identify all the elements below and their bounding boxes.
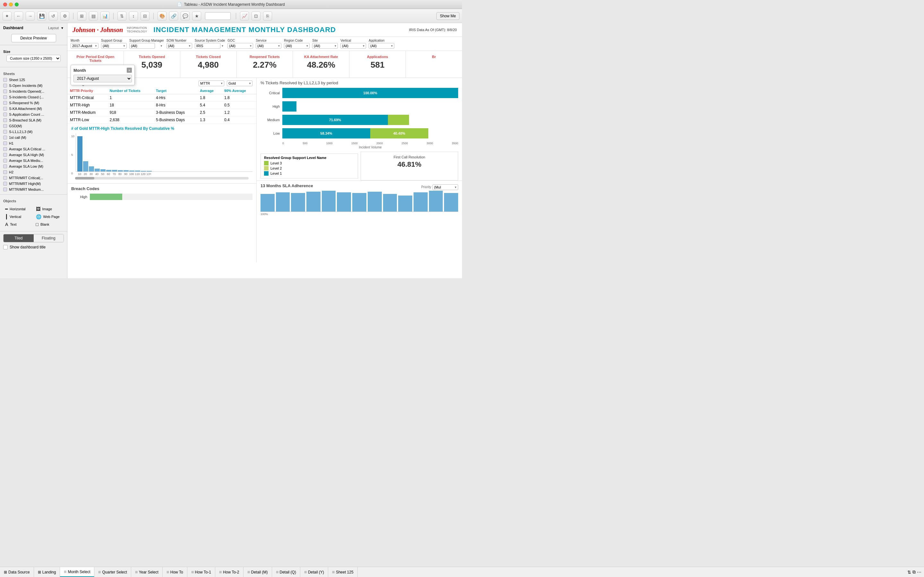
sla13-bar-11[interactable]	[429, 191, 443, 211]
grid-btn[interactable]: ⊞	[78, 11, 86, 21]
bar-3[interactable]	[95, 169, 100, 171]
filter-app-select[interactable]: (All)	[368, 43, 394, 49]
chart-scrollbar[interactable]	[75, 177, 249, 179]
sheet-item[interactable]: S-Application Count ...	[0, 111, 67, 117]
sheet-item[interactable]: S-KA Attachment (M)	[0, 106, 67, 111]
bar-4[interactable]	[100, 169, 105, 171]
sla-cell-3-0: MTTR-Low	[67, 116, 107, 124]
month-popup-close[interactable]: ×	[127, 68, 132, 73]
forward-btn[interactable]: →	[26, 11, 35, 21]
sheet-item[interactable]: Average SLA Mediu...	[0, 158, 67, 163]
sheet-item[interactable]: Average SLA High (M)	[0, 152, 67, 158]
sla13-bar-9[interactable]	[398, 195, 412, 211]
filter-sg-select[interactable]: (All)	[101, 43, 127, 49]
bar-9[interactable]	[129, 171, 134, 171]
sla13-bar-2[interactable]	[291, 193, 305, 211]
link-btn[interactable]: 🔗	[169, 11, 178, 21]
object-item-horizontal[interactable]: ━Horizontal	[3, 205, 33, 213]
close-btn[interactable]	[3, 3, 7, 6]
chart2-btn[interactable]: 📈	[240, 11, 249, 21]
config-btn[interactable]: ⚙	[60, 11, 69, 21]
filter-sgm-select[interactable]: (All)	[129, 43, 155, 49]
search-box[interactable]	[205, 12, 231, 20]
filter-source-select[interactable]: IRIS	[195, 43, 220, 49]
save-btn[interactable]: 💾	[37, 11, 46, 21]
table-btn[interactable]: ▤	[89, 11, 98, 21]
sheet-item[interactable]: Sheet 125	[0, 77, 67, 83]
tooltip-btn[interactable]: 💬	[181, 11, 190, 21]
sla13-bar-12[interactable]	[444, 193, 458, 211]
bar-12[interactable]	[147, 171, 152, 171]
filter-goc-select[interactable]: (All)	[228, 43, 253, 49]
sheet-item[interactable]: S-Breached SLA (M)	[0, 117, 67, 123]
object-item-text[interactable]: AText	[3, 221, 33, 228]
sheet-item[interactable]: H1	[0, 140, 67, 146]
sla13-bar-1[interactable]	[276, 192, 290, 211]
bar-1[interactable]	[83, 161, 88, 171]
filter-sow-select[interactable]: (All)	[166, 43, 192, 49]
show-me-button[interactable]: Show Me	[436, 12, 459, 20]
bar-2[interactable]	[89, 166, 94, 172]
filter-service-select[interactable]: (All)	[256, 43, 281, 49]
bar-8[interactable]	[124, 170, 129, 171]
sla13-bar-4[interactable]	[322, 191, 336, 211]
object-item-web-page[interactable]: 🌐Web Page	[34, 213, 64, 220]
object-item-image[interactable]: 🖼Image	[34, 205, 64, 213]
filter-site-select[interactable]: (All)	[312, 43, 338, 49]
sla-dropdown2[interactable]: Gold	[227, 81, 252, 86]
month-popup-select[interactable]: 2017-August	[73, 75, 132, 82]
sheet-item[interactable]: MTTR/MRT High(M)	[0, 181, 67, 187]
back-btn[interactable]: ←	[14, 11, 23, 21]
sheet-item[interactable]: H2	[0, 169, 67, 175]
bar-0[interactable]	[78, 136, 82, 171]
minimize-btn[interactable]	[9, 3, 13, 6]
sheet-item[interactable]: S-Open Incidents (M)	[0, 83, 67, 89]
sla13-bar-10[interactable]	[414, 192, 428, 211]
star-btn[interactable]: ★	[192, 11, 201, 21]
sheet-item[interactable]: S-L1,L2,L3 (M)	[0, 129, 67, 135]
size-dropdown[interactable]: Custom size (1350 x 2500)	[6, 55, 61, 62]
bar-10[interactable]	[135, 171, 140, 171]
bar-11[interactable]	[141, 171, 146, 171]
device-preview-button[interactable]: Device Preview	[11, 34, 56, 42]
sheet-label: S-Breached SLA (M)	[9, 118, 41, 122]
bar-6[interactable]	[112, 170, 117, 171]
show-title-checkbox[interactable]	[3, 245, 8, 250]
maximize-btn[interactable]	[15, 3, 19, 6]
sla13-bar-8[interactable]	[383, 194, 397, 211]
sla13-bar-3[interactable]	[306, 192, 320, 211]
refresh-btn[interactable]: ↺	[49, 11, 58, 21]
color-btn[interactable]: 🎨	[158, 11, 166, 21]
sheet-item[interactable]: Average SLA Low (M)	[0, 163, 67, 169]
sheet-item[interactable]: GSD(M)	[0, 123, 67, 129]
sheet-item[interactable]: MTTR/MRT Medium...	[0, 187, 67, 192]
sheet-item[interactable]: Average SLA Critical ...	[0, 146, 67, 152]
filter-region-select[interactable]: (All)	[284, 43, 310, 49]
sla-13-priority-select[interactable]: (Mul	[433, 184, 458, 190]
sla-dropdown1[interactable]: MTTR	[199, 81, 224, 86]
object-item-vertical[interactable]: ┃Vertical	[3, 213, 33, 220]
filter-btn[interactable]: ⊟	[141, 11, 150, 21]
filter-month-select[interactable]: 2017-August	[71, 43, 99, 49]
sla13-bar-5[interactable]	[337, 192, 351, 211]
sort-btn[interactable]: ↕	[129, 11, 138, 21]
share-btn[interactable]: ⎘	[263, 11, 272, 21]
tiled-button[interactable]: Tiled	[3, 234, 34, 242]
sheet-item[interactable]: S-Incidents Opened(...	[0, 89, 67, 94]
chart-btn[interactable]: 📊	[100, 11, 110, 21]
sheet-item[interactable]: 1st call (M)	[0, 135, 67, 140]
sheet-item[interactable]: MTTR/MRT Critical(...	[0, 175, 67, 181]
floating-button[interactable]: Floating	[34, 234, 64, 242]
sla13-bar-7[interactable]	[368, 192, 382, 211]
object-item-blank[interactable]: □Blank	[34, 221, 64, 228]
bar-7[interactable]	[118, 170, 123, 171]
sla13-bar-0[interactable]	[260, 194, 275, 211]
filter-vertical-select[interactable]: (All)	[341, 43, 366, 49]
sheet-item[interactable]: S-Reopened % (M)	[0, 100, 67, 106]
sparkle-btn[interactable]: ✦	[3, 11, 11, 21]
bar-5[interactable]	[106, 170, 111, 172]
swap-btn[interactable]: ⇅	[118, 11, 126, 21]
expand-btn[interactable]: ⊡	[252, 11, 260, 21]
sheet-item[interactable]: S-Incidents Closed (...	[0, 94, 67, 100]
sla13-bar-6[interactable]	[352, 193, 367, 211]
